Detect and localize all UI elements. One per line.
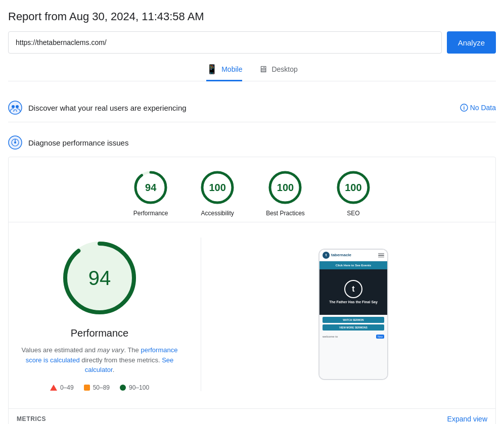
- mobile-cta-banner: Click Here to See Events: [319, 261, 387, 269]
- mobile-hero: t The Father Has the Final Say: [319, 269, 387, 315]
- performance-icon: [8, 135, 22, 150]
- legend-square-icon: [84, 385, 90, 391]
- score-item-performance[interactable]: 94 Performance: [132, 169, 169, 217]
- info-icon: i: [460, 104, 468, 112]
- score-label-accessibility: Accessibility: [201, 210, 234, 217]
- perf-desc-text4: .: [113, 366, 115, 373]
- mobile-hero-logo: t: [344, 280, 362, 298]
- scores-container: 94 Performance 100 Accessibility: [8, 157, 496, 424]
- expand-view-link[interactable]: Expand view: [447, 415, 487, 423]
- perf-desc-may-vary: may vary: [98, 346, 124, 354]
- score-item-accessibility[interactable]: 100 Accessibility: [199, 169, 236, 217]
- no-data-label: No Data: [470, 104, 496, 112]
- score-item-seo[interactable]: 100 SEO: [335, 169, 372, 217]
- mobile-hero-title: The Father Has the Final Say: [329, 300, 378, 304]
- mobile-logo-icon: t: [323, 252, 330, 259]
- big-score-circle: 94: [59, 238, 140, 318]
- discover-label: Discover what your real users are experi…: [28, 104, 187, 112]
- perf-right: t tabernacle Click Here to See Events: [221, 238, 485, 391]
- score-value-performance: 94: [145, 182, 156, 194]
- mobile-hero-t: t: [352, 285, 354, 294]
- svg-point-1: [12, 105, 15, 108]
- mobile-new-badge: New: [376, 335, 384, 339]
- svg-point-2: [16, 105, 19, 108]
- tab-mobile[interactable]: 📱 Mobile: [206, 64, 242, 81]
- big-score-value: 94: [88, 267, 111, 290]
- score-value-accessibility: 100: [209, 182, 225, 194]
- scores-row: 94 Performance 100 Accessibility: [9, 157, 495, 222]
- score-label-seo: SEO: [347, 210, 359, 217]
- menu-line-1: [378, 253, 384, 254]
- mobile-watch-sermon-btn: WATCH SERMON: [323, 317, 384, 323]
- url-input[interactable]: [8, 31, 442, 54]
- legend-low-label: 0–49: [60, 384, 74, 391]
- perf-title: Performance: [71, 327, 129, 339]
- diagnose-label: Diagnose performance issues: [28, 138, 128, 147]
- mobile-icon: 📱: [206, 64, 217, 75]
- discover-section: Discover what your real users are experi…: [8, 93, 496, 122]
- mobile-footer-text: welcome to: [323, 335, 338, 338]
- report-title: Report from Aug 30, 2024, 11:43:58 AM: [8, 10, 496, 23]
- perf-desc-text2: . The: [124, 346, 141, 354]
- tabs-row: 📱 Mobile 🖥 Desktop: [8, 64, 496, 81]
- score-item-best-practices[interactable]: 100 Best Practices: [266, 169, 305, 217]
- perf-desc-text3: directly from these metrics.: [80, 356, 162, 364]
- analyze-button[interactable]: Analyze: [447, 31, 496, 54]
- tab-mobile-label: Mobile: [221, 65, 242, 73]
- svg-point-0: [9, 101, 22, 114]
- bottom-bar: METRICS Expand view: [9, 408, 495, 425]
- legend-mid: 50–89: [84, 384, 110, 391]
- diagnose-section: Diagnose performance issues: [8, 130, 496, 157]
- legend-triangle-icon: [50, 385, 57, 391]
- desktop-icon: 🖥: [258, 64, 267, 75]
- menu-line-3: [378, 257, 384, 258]
- discover-left: Discover what your real users are experi…: [8, 101, 187, 115]
- svg-text:i: i: [463, 105, 465, 111]
- score-value-seo: 100: [345, 182, 361, 194]
- score-circle-accessibility: 100: [199, 169, 236, 206]
- legend-low: 0–49: [50, 384, 74, 391]
- metrics-label: METRICS: [17, 415, 46, 422]
- legend-dot-icon: [120, 385, 126, 391]
- tab-desktop-label: Desktop: [271, 65, 297, 73]
- mobile-logo-text: tabernacle: [331, 253, 351, 257]
- mobile-preview-inner: t tabernacle Click Here to See Events: [319, 250, 387, 379]
- perf-left: 94 Performance Values are estimated and …: [19, 238, 180, 391]
- users-icon: [8, 101, 22, 115]
- mobile-preview: t tabernacle Click Here to See Events: [318, 249, 388, 380]
- score-circle-performance: 94: [132, 169, 169, 206]
- mobile-logo: t tabernacle: [323, 252, 351, 259]
- mobile-footer: welcome to New: [319, 333, 387, 341]
- perf-description: Values are estimated and may vary. The p…: [19, 345, 180, 375]
- score-label-best-practices: Best Practices: [266, 210, 305, 217]
- tab-desktop[interactable]: 🖥 Desktop: [258, 64, 297, 81]
- perf-desc-text1: Values are estimated and: [22, 346, 98, 354]
- score-circle-best-practices: 100: [267, 169, 303, 206]
- legend-mid-label: 50–89: [93, 384, 110, 391]
- mobile-preview-header: t tabernacle: [319, 250, 387, 261]
- legend-high: 90–100: [120, 384, 149, 391]
- performance-detail: 94 Performance Values are estimated and …: [9, 222, 495, 406]
- no-data-link[interactable]: i No Data: [460, 104, 496, 112]
- mobile-btn-row: WATCH SERMON VIEW MORE SERMONS: [319, 315, 387, 333]
- legend-row: 0–49 50–89 90–100: [50, 384, 149, 391]
- menu-line-2: [378, 255, 384, 256]
- url-bar-row: Analyze: [8, 31, 496, 54]
- svg-point-7: [14, 142, 16, 144]
- legend-high-label: 90–100: [129, 384, 149, 391]
- score-circle-seo: 100: [335, 169, 372, 206]
- score-label-performance: Performance: [133, 210, 168, 217]
- score-value-best-practices: 100: [277, 182, 294, 194]
- mobile-menu-icon: [378, 253, 384, 258]
- vertical-divider: [201, 238, 201, 391]
- mobile-more-sermons-btn: VIEW MORE SERMONS: [323, 324, 384, 331]
